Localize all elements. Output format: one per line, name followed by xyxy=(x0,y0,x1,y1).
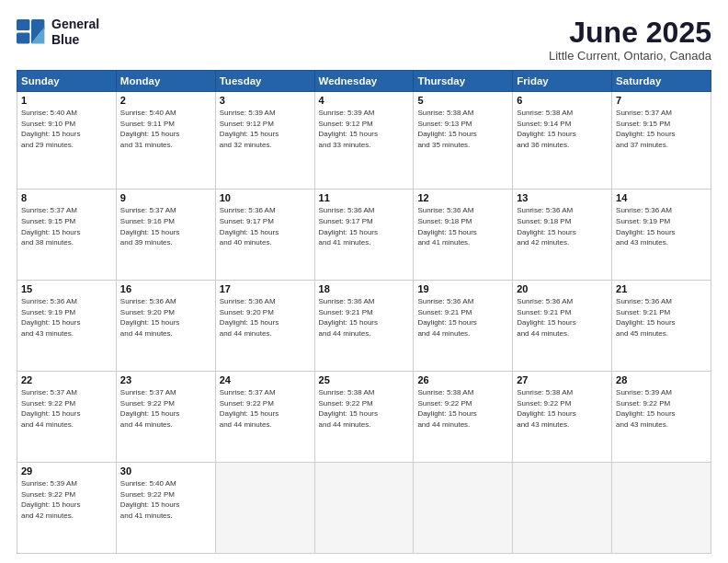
day-number: 22 xyxy=(21,374,112,385)
day-info: Sunrise: 5:38 AMSunset: 9:14 PMDaylight:… xyxy=(517,108,608,150)
day-info: Sunrise: 5:37 AMSunset: 9:16 PMDaylight:… xyxy=(120,205,211,247)
day-number: 27 xyxy=(517,374,608,385)
day-info: Sunrise: 5:37 AMSunset: 9:22 PMDaylight:… xyxy=(21,387,112,430)
day-info: Sunrise: 5:40 AMSunset: 9:22 PMDaylight:… xyxy=(120,478,211,521)
day-info: Sunrise: 5:36 AMSunset: 9:18 PMDaylight:… xyxy=(517,205,608,247)
day-info: Sunrise: 5:39 AMSunset: 9:12 PMDaylight:… xyxy=(319,108,410,150)
day-cell: 18Sunrise: 5:36 AMSunset: 9:21 PMDayligh… xyxy=(314,281,414,372)
day-cell: 28Sunrise: 5:39 AMSunset: 9:22 PMDayligh… xyxy=(612,372,711,463)
day-number: 20 xyxy=(517,283,608,294)
col-monday: Monday xyxy=(116,71,215,92)
day-number: 7 xyxy=(616,95,707,106)
day-info: Sunrise: 5:37 AMSunset: 9:15 PMDaylight:… xyxy=(21,205,112,247)
day-info: Sunrise: 5:36 AMSunset: 9:21 PMDaylight:… xyxy=(616,296,707,339)
day-info: Sunrise: 5:36 AMSunset: 9:18 PMDaylight:… xyxy=(417,205,508,247)
day-cell: 8Sunrise: 5:37 AMSunset: 9:15 PMDaylight… xyxy=(17,190,117,281)
day-cell: 6Sunrise: 5:38 AMSunset: 9:14 PMDaylight… xyxy=(513,92,612,190)
day-number: 30 xyxy=(120,465,211,477)
day-cell: 20Sunrise: 5:36 AMSunset: 9:21 PMDayligh… xyxy=(513,281,612,372)
svg-rect-2 xyxy=(17,32,29,43)
day-cell xyxy=(612,463,711,554)
week-row-3: 15Sunrise: 5:36 AMSunset: 9:19 PMDayligh… xyxy=(17,281,711,372)
day-cell: 30Sunrise: 5:40 AMSunset: 9:22 PMDayligh… xyxy=(116,463,215,554)
logo-icon xyxy=(17,19,46,45)
day-cell xyxy=(215,463,314,554)
day-cell: 22Sunrise: 5:37 AMSunset: 9:22 PMDayligh… xyxy=(17,372,117,463)
day-number: 15 xyxy=(21,283,112,294)
day-number: 13 xyxy=(517,192,608,203)
day-cell: 24Sunrise: 5:37 AMSunset: 9:22 PMDayligh… xyxy=(215,372,314,463)
day-number: 16 xyxy=(120,283,211,294)
day-info: Sunrise: 5:40 AMSunset: 9:10 PMDaylight:… xyxy=(21,108,112,150)
day-cell: 7Sunrise: 5:37 AMSunset: 9:15 PMDaylight… xyxy=(612,92,711,190)
day-info: Sunrise: 5:36 AMSunset: 9:20 PMDaylight:… xyxy=(120,296,211,339)
day-number: 1 xyxy=(21,95,112,106)
day-number: 10 xyxy=(220,192,311,203)
day-cell: 21Sunrise: 5:36 AMSunset: 9:21 PMDayligh… xyxy=(612,281,711,372)
col-sunday: Sunday xyxy=(17,71,117,92)
col-friday: Friday xyxy=(513,71,612,92)
logo-line1: General xyxy=(51,17,99,32)
day-number: 14 xyxy=(616,192,707,203)
day-number: 11 xyxy=(319,192,410,203)
day-cell: 25Sunrise: 5:38 AMSunset: 9:22 PMDayligh… xyxy=(314,372,414,463)
day-info: Sunrise: 5:36 AMSunset: 9:19 PMDaylight:… xyxy=(616,205,707,247)
day-info: Sunrise: 5:36 AMSunset: 9:20 PMDaylight:… xyxy=(220,296,311,339)
day-number: 4 xyxy=(319,95,410,106)
logo-text: General Blue xyxy=(51,17,99,48)
day-info: Sunrise: 5:37 AMSunset: 9:15 PMDaylight:… xyxy=(616,108,707,150)
day-info: Sunrise: 5:36 AMSunset: 9:17 PMDaylight:… xyxy=(220,205,311,247)
day-cell: 17Sunrise: 5:36 AMSunset: 9:20 PMDayligh… xyxy=(215,281,314,372)
week-row-4: 22Sunrise: 5:37 AMSunset: 9:22 PMDayligh… xyxy=(17,372,711,463)
day-info: Sunrise: 5:39 AMSunset: 9:22 PMDaylight:… xyxy=(21,478,112,521)
day-number: 8 xyxy=(21,192,112,203)
day-number: 3 xyxy=(220,95,311,106)
day-cell: 16Sunrise: 5:36 AMSunset: 9:20 PMDayligh… xyxy=(116,281,215,372)
day-cell: 2Sunrise: 5:40 AMSunset: 9:11 PMDaylight… xyxy=(116,92,215,190)
day-number: 18 xyxy=(319,283,410,294)
day-cell: 4Sunrise: 5:39 AMSunset: 9:12 PMDaylight… xyxy=(314,92,414,190)
day-number: 28 xyxy=(616,374,707,385)
header-row: Sunday Monday Tuesday Wednesday Thursday… xyxy=(17,71,711,92)
day-cell xyxy=(513,463,612,554)
day-number: 23 xyxy=(120,374,211,385)
day-cell: 11Sunrise: 5:36 AMSunset: 9:17 PMDayligh… xyxy=(314,190,414,281)
week-row-2: 8Sunrise: 5:37 AMSunset: 9:15 PMDaylight… xyxy=(17,190,711,281)
day-cell: 29Sunrise: 5:39 AMSunset: 9:22 PMDayligh… xyxy=(17,463,117,554)
location-subtitle: Little Current, Ontario, Canada xyxy=(549,49,711,63)
day-cell xyxy=(414,463,513,554)
day-number: 24 xyxy=(220,374,311,385)
day-cell: 1Sunrise: 5:40 AMSunset: 9:10 PMDaylight… xyxy=(17,92,117,190)
day-number: 6 xyxy=(517,95,608,106)
month-title: June 2025 xyxy=(549,17,711,49)
day-number: 25 xyxy=(319,374,410,385)
day-number: 2 xyxy=(120,95,211,106)
logo-line2: Blue xyxy=(51,32,99,48)
day-info: Sunrise: 5:37 AMSunset: 9:22 PMDaylight:… xyxy=(220,387,311,430)
day-cell: 26Sunrise: 5:38 AMSunset: 9:22 PMDayligh… xyxy=(414,372,513,463)
day-info: Sunrise: 5:38 AMSunset: 9:22 PMDaylight:… xyxy=(319,387,410,430)
day-info: Sunrise: 5:39 AMSunset: 9:22 PMDaylight:… xyxy=(616,387,707,430)
day-cell: 9Sunrise: 5:37 AMSunset: 9:16 PMDaylight… xyxy=(116,190,215,281)
svg-rect-0 xyxy=(17,19,29,30)
day-info: Sunrise: 5:36 AMSunset: 9:21 PMDaylight:… xyxy=(319,296,410,339)
day-cell: 27Sunrise: 5:38 AMSunset: 9:22 PMDayligh… xyxy=(513,372,612,463)
day-number: 19 xyxy=(417,283,508,294)
day-info: Sunrise: 5:36 AMSunset: 9:17 PMDaylight:… xyxy=(319,205,410,247)
week-row-1: 1Sunrise: 5:40 AMSunset: 9:10 PMDaylight… xyxy=(17,92,711,190)
header: General Blue June 2025 Little Current, O… xyxy=(17,17,711,63)
col-thursday: Thursday xyxy=(414,71,513,92)
page: General Blue June 2025 Little Current, O… xyxy=(0,0,728,563)
day-info: Sunrise: 5:40 AMSunset: 9:11 PMDaylight:… xyxy=(120,108,211,150)
day-info: Sunrise: 5:36 AMSunset: 9:21 PMDaylight:… xyxy=(517,296,608,339)
day-number: 5 xyxy=(417,95,508,106)
day-cell: 15Sunrise: 5:36 AMSunset: 9:19 PMDayligh… xyxy=(17,281,117,372)
day-number: 17 xyxy=(220,283,311,294)
day-cell: 13Sunrise: 5:36 AMSunset: 9:18 PMDayligh… xyxy=(513,190,612,281)
day-cell: 14Sunrise: 5:36 AMSunset: 9:19 PMDayligh… xyxy=(612,190,711,281)
day-number: 9 xyxy=(120,192,211,203)
day-info: Sunrise: 5:36 AMSunset: 9:21 PMDaylight:… xyxy=(417,296,508,339)
day-cell: 19Sunrise: 5:36 AMSunset: 9:21 PMDayligh… xyxy=(414,281,513,372)
col-saturday: Saturday xyxy=(612,71,711,92)
col-tuesday: Tuesday xyxy=(215,71,314,92)
